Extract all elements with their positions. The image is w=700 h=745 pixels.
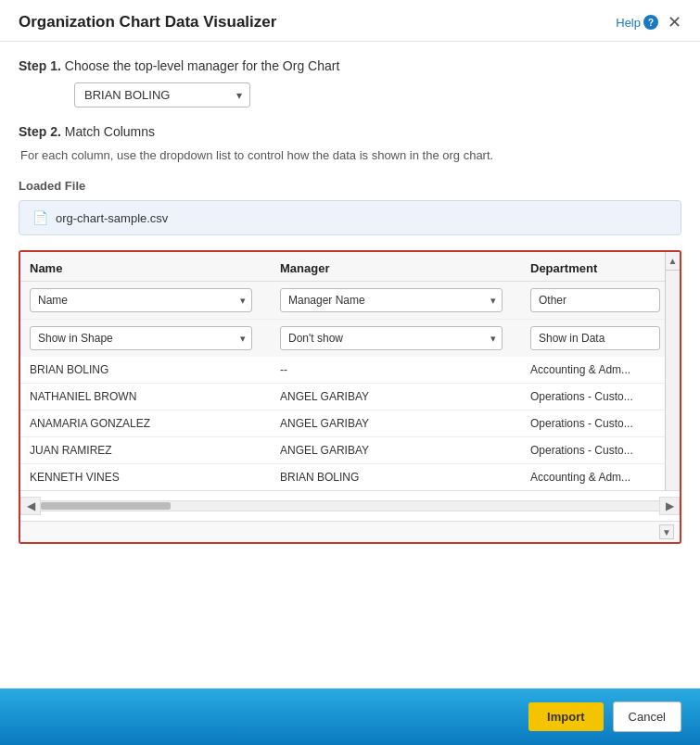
name-type-select-wrapper: Name Manager Name Department Don't show [30, 288, 252, 312]
step2-description: Match Columns [65, 124, 155, 139]
step1-label: Step 1. Choose the top-level manager for… [19, 58, 681, 73]
data-table-container: ▲ Name Manager Departme [19, 250, 681, 544]
cell-name: BRIAN BOLING [20, 357, 271, 384]
manager-type-select-wrapper: Name Manager Name Department Don't show [280, 288, 503, 312]
vscroll-down-area: ▼ [20, 521, 680, 542]
name-display-select[interactable]: Show in Shape Show in Data Don't show [30, 326, 252, 350]
col-header-manager: Manager [271, 252, 521, 282]
hscroll-left-arrow[interactable]: ◀ [20, 497, 41, 515]
col-type-dropdown-row: Name Manager Name Department Don't show [20, 282, 681, 320]
cell-dept: Accounting & Adm... [521, 464, 681, 491]
dialog-header: Organization Chart Data Visualizer Help … [0, 0, 700, 42]
file-icon: 📄 [32, 210, 48, 225]
vscroll-down-arrow[interactable]: ▼ [659, 524, 674, 539]
dept-type-cell: Other [521, 282, 681, 320]
help-link[interactable]: Help ? [616, 15, 658, 30]
step2-label: Step 2. Match Columns [19, 124, 681, 139]
hscroll-right-arrow[interactable]: ▶ [659, 497, 680, 515]
dept-type-display: Other [530, 288, 660, 312]
manager-display-select-wrapper: Show in Shape Show in Data Don't show [280, 326, 503, 350]
step1-control: BRIAN BOLING NATHANIEL BROWN ANAMARIA GO… [74, 82, 681, 107]
help-label: Help [616, 16, 641, 30]
cell-name: ANAMARIA GONZALEZ [20, 410, 271, 437]
cell-dept: Operations - Custo... [521, 437, 681, 464]
table-row: NATHANIEL BROWN ANGEL GARIBAY Operations… [20, 384, 681, 410]
table-row: BRIAN BOLING -- Accounting & Adm... [20, 357, 681, 384]
cell-manager: ANGEL GARIBAY [271, 384, 521, 410]
table-row: JUAN RAMIREZ ANGEL GARIBAY Operations - … [20, 437, 681, 464]
cell-name: KENNETH VINES [20, 464, 271, 491]
name-type-cell: Name Manager Name Department Don't show [20, 282, 271, 320]
name-display-cell: Show in Shape Show in Data Don't show [20, 320, 271, 358]
step1-section: Step 1. Choose the top-level manager for… [19, 58, 681, 107]
step2-sub-description: For each column, use the dropdown list t… [20, 148, 681, 162]
cell-manager: BRIAN BOLING [271, 464, 521, 491]
dialog-title: Organization Chart Data Visualizer [19, 13, 276, 32]
cell-manager: ANGEL GARIBAY [271, 410, 521, 437]
data-table: Name Manager Department [20, 252, 681, 490]
cancel-button[interactable]: Cancel [613, 701, 681, 732]
cell-name: JUAN RAMIREZ [20, 437, 271, 464]
hscroll-thumb [41, 502, 171, 510]
vscroll-up-arrow[interactable]: ▲ [666, 252, 680, 271]
col-header-name: Name [20, 252, 271, 282]
main-content: Step 1. Choose the top-level manager for… [0, 42, 700, 621]
loaded-file-label: Loaded File [19, 179, 681, 193]
manager-type-cell: Name Manager Name Department Don't show [271, 282, 521, 320]
import-button[interactable]: Import [528, 702, 603, 731]
header-actions: Help ? ✕ [616, 14, 681, 31]
manager-type-select[interactable]: Name Manager Name Department Don't show [280, 288, 503, 312]
table-body: BRIAN BOLING -- Accounting & Adm... NATH… [20, 357, 681, 490]
name-display-select-wrapper: Show in Shape Show in Data Don't show [30, 326, 252, 350]
table-row: ANAMARIA GONZALEZ ANGEL GARIBAY Operatio… [20, 410, 681, 437]
dialog-footer: Import Cancel [0, 688, 700, 745]
dept-display-display: Show in Data [530, 326, 660, 350]
step2-number: Step 2. [19, 124, 61, 139]
col-display-dropdown-row: Show in Shape Show in Data Don't show [20, 320, 681, 358]
cell-dept: Operations - Custo... [521, 384, 681, 410]
file-name: org-chart-sample.csv [56, 211, 168, 225]
step2-section: Step 2. Match Columns For each column, u… [19, 124, 681, 162]
file-box: 📄 org-chart-sample.csv [19, 200, 681, 235]
dept-display-cell: Show in Data [521, 320, 681, 358]
cell-manager: ANGEL GARIBAY [271, 437, 521, 464]
manager-select-wrapper: BRIAN BOLING NATHANIEL BROWN ANAMARIA GO… [74, 82, 250, 107]
cell-dept: Operations - Custo... [521, 410, 681, 437]
bottom-scrollbar: ◀ ▶ [20, 490, 680, 521]
manager-select[interactable]: BRIAN BOLING NATHANIEL BROWN ANAMARIA GO… [74, 82, 250, 107]
hscroll-track [41, 500, 659, 511]
col-header-department: Department [521, 252, 681, 282]
table-row: KENNETH VINES BRIAN BOLING Accounting & … [20, 464, 681, 491]
manager-display-cell: Show in Shape Show in Data Don't show [271, 320, 521, 358]
vscroll-track [666, 271, 680, 490]
cell-dept: Accounting & Adm... [521, 357, 681, 384]
table-scroll-wrapper: ▲ Name Manager Departme [20, 252, 680, 490]
table-header-row: Name Manager Department [20, 252, 681, 282]
cell-name: NATHANIEL BROWN [20, 384, 271, 410]
vscrollbar: ▲ [665, 252, 680, 490]
help-icon: ? [643, 15, 658, 30]
step1-number: Step 1. [19, 58, 61, 73]
step1-description: Choose the top-level manager for the Org… [65, 58, 340, 73]
close-button[interactable]: ✕ [668, 14, 681, 31]
manager-display-select[interactable]: Show in Shape Show in Data Don't show [280, 326, 503, 350]
cell-manager: -- [271, 357, 521, 384]
name-type-select[interactable]: Name Manager Name Department Don't show [30, 288, 252, 312]
